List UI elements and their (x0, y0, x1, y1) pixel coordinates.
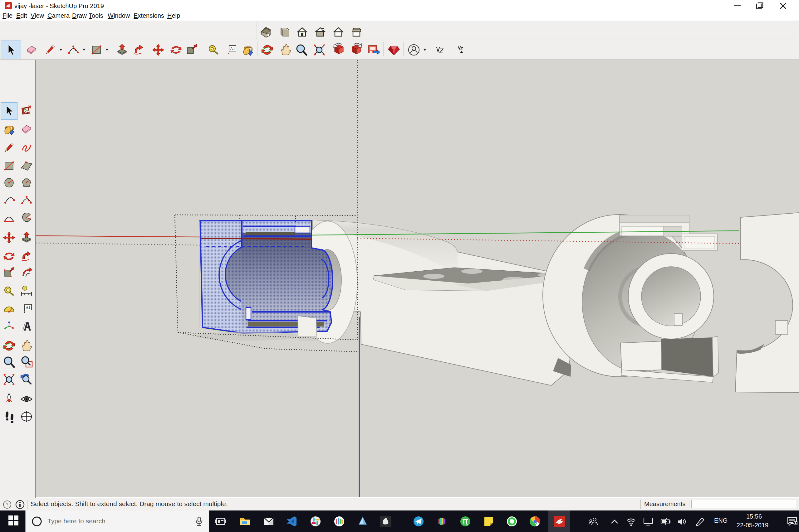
svg-text:?: ? (6, 502, 8, 507)
